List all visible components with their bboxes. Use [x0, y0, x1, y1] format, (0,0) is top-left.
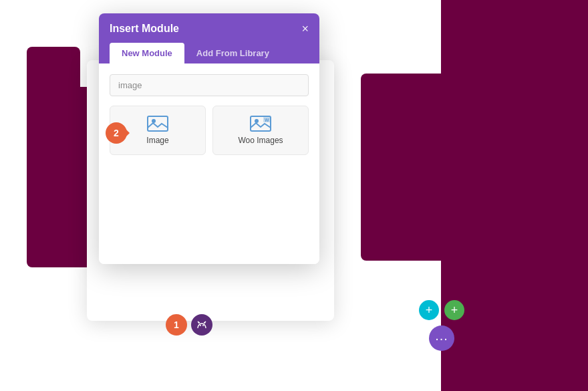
svg-point-1: [152, 119, 156, 123]
svg-text:W: W: [265, 118, 269, 122]
add-button-green[interactable]: +: [444, 300, 464, 320]
module-grid: Image W Woo Images: [110, 106, 309, 155]
svg-point-3: [255, 119, 259, 123]
insert-module-modal: Insert Module × New Module Add From Libr…: [99, 13, 319, 264]
svg-point-7: [202, 325, 204, 326]
purple-circle-icon: [191, 314, 212, 336]
search-input[interactable]: [110, 74, 309, 96]
modal-header: Insert Module × New Module Add From Libr…: [99, 13, 319, 63]
close-icon[interactable]: ×: [301, 23, 309, 35]
fab-container: + + ···: [419, 300, 464, 351]
svg-point-6: [200, 325, 201, 326]
add-button-cyan[interactable]: +: [419, 300, 439, 320]
modal-title: Insert Module: [110, 23, 179, 35]
more-options-button[interactable]: ···: [429, 325, 454, 351]
bg-shape-right-inner: [361, 74, 441, 261]
module-item-woo-images[interactable]: W Woo Images: [212, 106, 309, 155]
step-badge-1: 1: [166, 314, 187, 336]
cat-icon: [196, 319, 208, 331]
modal-title-row: Insert Module ×: [110, 23, 309, 35]
tab-new-module[interactable]: New Module: [110, 43, 184, 63]
module-woo-images-label: Woo Images: [238, 136, 283, 145]
svg-rect-0: [148, 116, 168, 131]
badge-2-wrapper: 2: [106, 122, 127, 144]
woo-images-icon: W: [250, 116, 271, 132]
modal-tabs: New Module Add From Library: [110, 43, 309, 63]
module-image-label: Image: [146, 136, 168, 145]
modal-body: Image W Woo Images: [99, 63, 319, 264]
step-badge-2: 2: [106, 122, 127, 144]
image-icon: [147, 116, 168, 132]
fab-row-top: + +: [419, 300, 464, 320]
tab-add-from-library[interactable]: Add From Library: [184, 43, 281, 63]
